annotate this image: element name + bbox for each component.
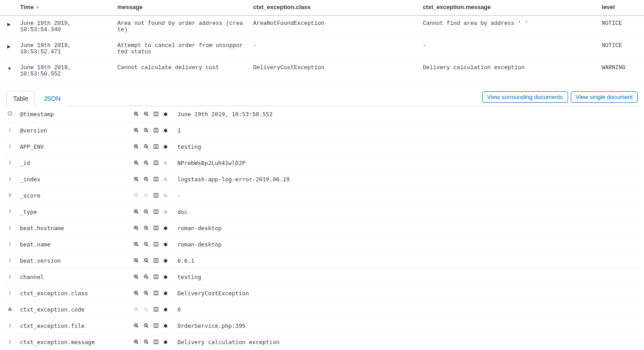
field-row: t beat.name ✱ roman-desktop <box>4 236 640 253</box>
svg-line-62 <box>147 213 148 214</box>
filter-for-icon[interactable] <box>133 274 140 280</box>
exists-filter-icon[interactable]: ✱ <box>162 225 169 232</box>
field-value: doc <box>174 204 640 220</box>
toggle-column-icon[interactable] <box>152 258 160 264</box>
toggle-column-icon[interactable] <box>152 339 160 345</box>
exists-filter-icon[interactable]: ✱ <box>162 307 169 313</box>
filter-out-icon[interactable] <box>142 290 150 297</box>
col-level[interactable]: level <box>598 0 644 15</box>
expand-toggle[interactable]: ▶ <box>4 44 11 49</box>
expand-toggle[interactable]: ▶ <box>4 22 11 27</box>
filter-for-icon[interactable] <box>133 160 140 166</box>
col-exception-message[interactable]: ctxt_exception.message <box>419 0 598 15</box>
field-name: @timestamp <box>16 106 129 123</box>
tab-table[interactable]: Table <box>6 91 35 106</box>
filter-out-icon[interactable] <box>142 111 150 118</box>
svg-line-118 <box>147 310 148 312</box>
exists-filter-icon[interactable]: ✱ <box>162 209 169 215</box>
filter-out-icon[interactable] <box>142 258 150 264</box>
filter-out-icon[interactable] <box>142 193 150 199</box>
filter-for-icon[interactable] <box>133 339 140 345</box>
filter-out-icon[interactable] <box>142 339 150 345</box>
toggle-column-icon[interactable] <box>152 209 160 215</box>
filter-for-icon[interactable] <box>133 241 140 248</box>
exists-filter-icon[interactable]: ✱ <box>162 193 169 199</box>
field-actions: ✱ <box>129 302 174 318</box>
filter-out-icon[interactable] <box>142 128 150 134</box>
col-time[interactable]: Time ▼ <box>17 0 114 15</box>
filter-out-icon[interactable] <box>142 209 150 215</box>
col-exception-class[interactable]: ctxt_exception.class <box>250 0 419 15</box>
exists-filter-icon[interactable]: ✱ <box>162 241 169 248</box>
cell-class: AreaNotFoundException <box>250 15 419 38</box>
exists-filter-icon[interactable]: ✱ <box>162 339 169 345</box>
filter-for-icon[interactable] <box>133 144 140 150</box>
svg-line-123 <box>137 326 138 328</box>
svg-line-31 <box>137 164 138 165</box>
filter-for-icon[interactable] <box>133 209 140 215</box>
field-name: ctxt_exception.class <box>16 285 129 302</box>
filter-for-icon[interactable] <box>133 290 140 297</box>
filter-out-icon[interactable] <box>142 241 150 248</box>
field-name: channel <box>16 269 129 285</box>
exists-filter-icon[interactable]: ✱ <box>162 274 169 280</box>
col-message[interactable]: message <box>114 0 250 15</box>
cell-level: NOTICE <box>598 38 644 60</box>
filter-out-icon[interactable] <box>142 144 150 150</box>
field-row: t beat.hostname ✱ roman-desktop <box>4 220 640 236</box>
filter-for-icon[interactable] <box>133 193 140 199</box>
filter-out-icon[interactable] <box>142 274 150 280</box>
toggle-column-icon[interactable] <box>152 111 160 118</box>
field-row: t APP_ENV ✱ testing <box>4 139 640 155</box>
toggle-column-icon[interactable] <box>152 274 160 280</box>
field-actions: ✱ <box>129 171 174 188</box>
toggle-column-icon[interactable] <box>152 307 160 313</box>
svg-line-80 <box>147 245 148 246</box>
view-single-button[interactable]: View single document <box>571 91 638 103</box>
svg-line-2 <box>10 114 11 114</box>
filter-for-icon[interactable] <box>133 111 140 118</box>
toggle-column-icon[interactable] <box>152 128 160 134</box>
toggle-column-icon[interactable] <box>152 241 160 248</box>
exists-filter-icon[interactable]: ✱ <box>162 111 169 118</box>
toggle-column-icon[interactable] <box>152 225 160 232</box>
exists-filter-icon[interactable]: ✱ <box>162 144 169 150</box>
filter-for-icon[interactable] <box>133 128 140 134</box>
filter-for-icon[interactable] <box>133 225 140 232</box>
exists-filter-icon[interactable]: ✱ <box>162 323 169 329</box>
toggle-column-icon[interactable] <box>152 144 160 150</box>
filter-out-icon[interactable] <box>142 225 150 232</box>
exists-filter-icon[interactable]: ✱ <box>162 176 169 183</box>
filter-out-icon[interactable] <box>142 160 150 166</box>
field-row: t ctxt_exception.file ✱ OrderService.php… <box>4 318 640 334</box>
filter-for-icon[interactable] <box>133 307 140 313</box>
field-value: logstash-app-log-error-2019.06.19 <box>174 171 640 188</box>
toggle-column-icon[interactable] <box>152 176 160 183</box>
svg-line-58 <box>137 213 138 214</box>
exists-filter-icon[interactable]: ✱ <box>162 290 169 297</box>
exists-filter-icon[interactable]: ✱ <box>162 258 169 264</box>
exists-filter-icon[interactable]: ✱ <box>162 128 169 134</box>
filter-for-icon[interactable] <box>133 258 140 264</box>
field-name: beat.hostname <box>16 220 129 236</box>
exists-filter-icon[interactable]: ✱ <box>162 160 169 166</box>
filter-out-icon[interactable] <box>142 307 150 313</box>
toggle-column-icon[interactable] <box>152 160 160 166</box>
filter-out-icon[interactable] <box>142 323 150 329</box>
filter-for-icon[interactable] <box>133 176 140 183</box>
table-row: ▶ June 19th 2019, 10:53:52.471 Attempt t… <box>0 38 644 60</box>
svg-line-98 <box>147 278 148 279</box>
svg-line-53 <box>147 196 148 198</box>
view-surrounding-button[interactable]: View surrounding documents <box>482 91 568 103</box>
toggle-column-icon[interactable] <box>152 290 160 297</box>
field-name: _type <box>16 204 129 220</box>
field-actions: ✱ <box>129 236 174 253</box>
toggle-column-icon[interactable] <box>152 193 160 199</box>
filter-out-icon[interactable] <box>142 176 150 183</box>
svg-line-107 <box>147 294 148 295</box>
filter-for-icon[interactable] <box>133 323 140 329</box>
tab-json[interactable]: JSON <box>37 91 67 106</box>
expand-toggle[interactable]: ▼ <box>4 66 12 71</box>
toggle-column-icon[interactable] <box>152 323 160 329</box>
detail-row: Table JSON View surrounding documents Vi… <box>0 82 644 350</box>
